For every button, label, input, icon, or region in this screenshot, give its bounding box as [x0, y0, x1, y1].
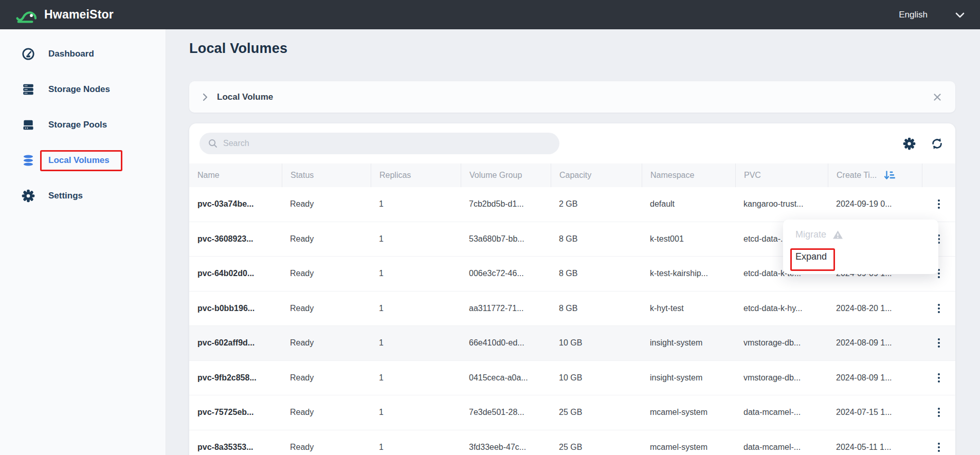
sort-descending-icon[interactable] [884, 170, 895, 180]
cell-volume-group: 7cb2bd5b-d1... [461, 199, 551, 209]
sidebar-item-label: Storage Pools [48, 120, 107, 130]
cell-name: pvc-75725eb... [189, 408, 282, 417]
cell-replicas: 1 [371, 234, 461, 244]
cell-replicas: 1 [371, 199, 461, 209]
table-row[interactable]: pvc-602aff9d... Ready 1 66e410d0-ed... 1… [189, 326, 955, 361]
brand: HwameiStor [15, 5, 114, 25]
cell-capacity: 8 GB [551, 234, 642, 244]
cell-replicas: 1 [371, 304, 461, 313]
sidebar-item-storage-nodes[interactable]: Storage Nodes [0, 78, 166, 101]
filter-panel: Local Volume [189, 81, 955, 113]
cell-capacity: 10 GB [551, 373, 642, 383]
cell-volume-group: 0415ceca-a0a... [461, 373, 551, 383]
table-row[interactable]: pvc-9fb2c858... Ready 1 0415ceca-a0a... … [189, 361, 955, 396]
cell-create-time: 2024-08-09 1... [828, 338, 922, 348]
cell-volume-group: 3fd33eeb-47c... [461, 443, 551, 452]
row-actions-button[interactable] [935, 405, 943, 420]
column-header-capacity[interactable]: Capacity [551, 163, 642, 187]
cell-capacity: 10 GB [551, 338, 642, 348]
cell-capacity: 25 GB [551, 443, 642, 452]
gauge-icon [22, 47, 35, 61]
gear-icon [22, 189, 35, 203]
row-actions-button[interactable] [935, 440, 943, 455]
column-header-volume-group[interactable]: Volume Group [461, 163, 551, 187]
cell-namespace: mcamel-system [642, 443, 735, 452]
cell-namespace: default [642, 199, 735, 209]
disk-icon [22, 118, 35, 132]
context-menu-item-migrate[interactable]: Migrate [783, 226, 938, 244]
cell-status: Ready [282, 443, 371, 452]
search-input[interactable] [223, 139, 551, 148]
cell-replicas: 1 [371, 338, 461, 348]
chevron-down-icon [954, 11, 966, 19]
search-box[interactable] [199, 133, 559, 154]
cell-pvc: vmstorage-db... [735, 373, 828, 383]
table-toolbar [189, 123, 955, 163]
cell-namespace: k-hyt-test [642, 304, 735, 313]
row-actions-button[interactable] [935, 335, 943, 351]
cell-status: Ready [282, 269, 371, 278]
row-actions-button[interactable] [935, 370, 943, 386]
page-title: Local Volumes [189, 41, 287, 57]
cell-status: Ready [282, 199, 371, 209]
cell-name: pvc-64b02d0... [189, 269, 282, 278]
chevron-right-icon[interactable] [201, 92, 210, 102]
cell-create-time: 2024-09-19 0... [828, 199, 922, 209]
close-icon[interactable] [933, 93, 942, 102]
table-row[interactable]: pvc-03a74be... Ready 1 7cb2bd5b-d1... 2 … [189, 187, 955, 222]
table-settings-button[interactable] [902, 136, 916, 151]
cell-pvc: etcd-data-k-hy... [735, 304, 828, 313]
cell-status: Ready [282, 408, 371, 417]
language-label: English [899, 10, 928, 20]
column-header-replicas[interactable]: Replicas [371, 163, 461, 187]
column-header-status[interactable]: Status [282, 163, 371, 187]
cell-replicas: 1 [371, 443, 461, 452]
column-header-name[interactable]: Name [189, 163, 282, 187]
cell-name: pvc-602aff9d... [189, 338, 282, 348]
sidebar-item-dashboard[interactable]: Dashboard [0, 43, 166, 65]
cell-name: pvc-8a35353... [189, 443, 282, 452]
gear-icon [903, 137, 916, 150]
cell-volume-group: 53a680b7-bb... [461, 234, 551, 244]
cell-namespace: mcamel-system [642, 408, 735, 417]
table-row[interactable]: pvc-b0bb196... Ready 1 aa311772-71... 8 … [189, 292, 955, 326]
top-bar: HwameiStor English [0, 0, 980, 29]
cell-namespace: k-test-kairship... [642, 269, 735, 278]
cell-name: pvc-9fb2c858... [189, 373, 282, 383]
context-menu-item-expand[interactable]: Expand [783, 248, 938, 266]
cell-create-time: 2024-05-11 1... [828, 443, 922, 452]
cell-name: pvc-3608923... [189, 234, 282, 244]
cell-status: Ready [282, 338, 371, 348]
sidebar-item-storage-pools[interactable]: Storage Pools [0, 114, 166, 136]
row-actions-button[interactable] [935, 196, 943, 212]
table-row[interactable]: pvc-75725eb... Ready 1 7e3de501-28... 25… [189, 395, 955, 430]
warning-icon [832, 230, 843, 240]
column-header-namespace[interactable]: Namespace [642, 163, 735, 187]
cell-namespace: k-test001 [642, 234, 735, 244]
sidebar-item-local-volumes[interactable]: Local Volumes [0, 149, 166, 172]
refresh-button[interactable] [930, 136, 944, 151]
table-row[interactable]: pvc-8a35353... Ready 1 3fd33eeb-47c... 2… [189, 430, 955, 455]
column-header-create-time[interactable]: Create Ti... [828, 163, 922, 187]
cell-capacity: 8 GB [551, 269, 642, 278]
hwameistor-logo-icon [15, 5, 38, 25]
language-selector[interactable]: English [899, 10, 966, 20]
cell-name: pvc-03a74be... [189, 199, 282, 209]
search-icon [208, 138, 218, 149]
filter-panel-label[interactable]: Local Volume [217, 92, 273, 102]
cell-replicas: 1 [371, 373, 461, 383]
column-header-actions [922, 163, 955, 187]
row-actions-button[interactable] [935, 301, 943, 316]
sidebar-item-label: Storage Nodes [48, 84, 110, 95]
servers-icon [22, 83, 35, 96]
sidebar-item-settings[interactable]: Settings [0, 185, 166, 207]
cell-replicas: 1 [371, 269, 461, 278]
column-header-pvc[interactable]: PVC [735, 163, 828, 187]
cell-volume-group: 7e3de501-28... [461, 408, 551, 417]
cell-name: pvc-b0bb196... [189, 304, 282, 313]
cell-capacity: 8 GB [551, 304, 642, 313]
table-header-row: Name Status Replicas Volume Group Capaci… [189, 163, 955, 187]
cell-namespace: insight-system [642, 373, 735, 383]
cell-pvc: data-mcamel-... [735, 443, 828, 452]
sidebar: Dashboard Storage Nodes S [0, 29, 166, 455]
